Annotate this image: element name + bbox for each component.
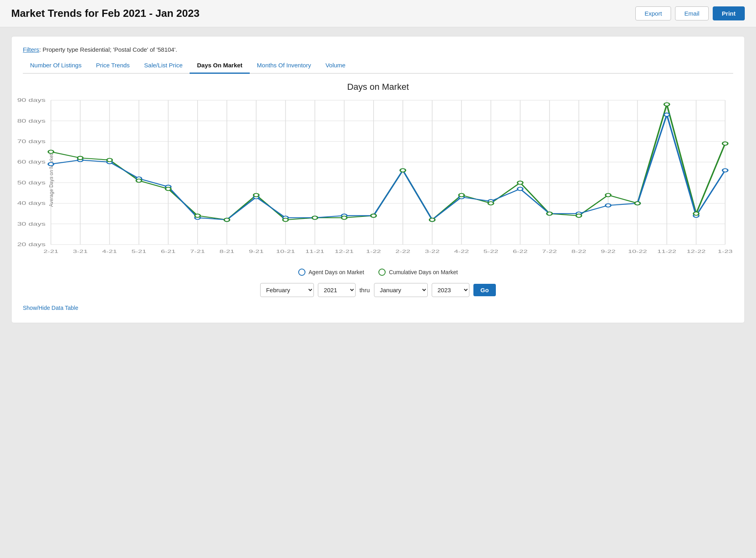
svg-text:9-22: 9-22	[601, 249, 616, 254]
chart-inner: 90 days 80 days 70 days 60 days 50 days …	[51, 100, 725, 245]
tab-days-on-market[interactable]: Days On Market	[190, 59, 249, 74]
main-card: Filters: Property type Residential; 'Pos…	[11, 36, 745, 323]
page-title: Market Trends for Feb 2021 - Jan 2023	[11, 7, 200, 20]
svg-point-77	[429, 218, 435, 221]
tabs-bar: Number Of Listings Price Trends Sale/Lis…	[23, 59, 733, 74]
svg-text:60 days: 60 days	[17, 159, 46, 165]
svg-point-63	[722, 169, 728, 172]
svg-point-61	[664, 113, 669, 116]
date-range-controls: January February March April May June Ju…	[23, 283, 733, 297]
svg-point-56	[517, 187, 523, 190]
svg-text:7-22: 7-22	[542, 249, 557, 254]
go-button[interactable]: Go	[473, 284, 496, 296]
from-month-select[interactable]: January February March April May June Ju…	[260, 283, 314, 297]
svg-point-40	[48, 162, 53, 166]
cumulative-legend-label: Cumulative Days on Market	[389, 269, 458, 275]
filters-text: : Property type Residential; 'Postal Cod…	[39, 46, 177, 53]
svg-point-82	[576, 214, 581, 217]
svg-point-70	[224, 218, 229, 221]
cumulative-legend-icon	[378, 269, 386, 276]
svg-point-64	[48, 150, 53, 153]
tab-sale-list-price[interactable]: Sale/List Price	[137, 59, 190, 74]
show-hide-data-link[interactable]: Show/Hide Data Table	[23, 305, 78, 311]
svg-text:9-21: 9-21	[249, 249, 264, 254]
agent-legend-label: Agent Days on Market	[309, 269, 364, 275]
svg-point-86	[693, 212, 699, 215]
legend-agent: Agent Days on Market	[298, 269, 364, 276]
from-year-select[interactable]: 2019 2020 2021 2022 2023	[318, 283, 356, 297]
export-button[interactable]: Export	[635, 6, 671, 20]
svg-point-66	[107, 158, 112, 162]
svg-point-59	[605, 204, 610, 207]
svg-text:80 days: 80 days	[17, 118, 46, 123]
show-data-row: Show/Hide Data Table	[23, 304, 733, 311]
tab-price-trends[interactable]: Price Trends	[89, 59, 137, 74]
svg-text:20 days: 20 days	[17, 242, 46, 247]
svg-text:5-22: 5-22	[483, 249, 498, 254]
svg-point-76	[400, 169, 405, 172]
chart-legend: Agent Days on Market Cumulative Days on …	[23, 269, 733, 276]
svg-text:4-21: 4-21	[102, 249, 117, 254]
svg-point-87	[722, 142, 728, 145]
svg-text:50 days: 50 days	[17, 180, 46, 186]
svg-point-85	[664, 103, 669, 106]
svg-text:10-22: 10-22	[628, 249, 647, 254]
svg-text:11-21: 11-21	[305, 249, 324, 254]
svg-text:1-23: 1-23	[718, 249, 732, 254]
svg-text:8-21: 8-21	[219, 249, 234, 254]
svg-point-65	[77, 156, 83, 160]
svg-text:4-22: 4-22	[454, 249, 469, 254]
tab-number-of-listings[interactable]: Number Of Listings	[23, 59, 89, 74]
email-button[interactable]: Email	[675, 6, 709, 20]
chart-area: Average Days on Market 90 day	[23, 96, 733, 265]
legend-cumulative: Cumulative Days on Market	[378, 269, 458, 276]
svg-point-84	[635, 202, 640, 205]
to-month-select[interactable]: January February March April May June Ju…	[374, 283, 428, 297]
svg-point-79	[488, 202, 493, 205]
thru-label: thru	[360, 287, 370, 293]
svg-point-83	[605, 193, 610, 196]
svg-point-69	[195, 214, 200, 217]
svg-text:90 days: 90 days	[17, 97, 46, 103]
svg-text:5-21: 5-21	[131, 249, 146, 254]
svg-text:2-21: 2-21	[43, 249, 58, 254]
svg-text:8-22: 8-22	[571, 249, 586, 254]
svg-text:70 days: 70 days	[17, 139, 46, 144]
svg-text:2-22: 2-22	[395, 249, 410, 254]
print-button[interactable]: Print	[713, 6, 745, 20]
svg-text:6-21: 6-21	[161, 249, 176, 254]
svg-text:6-22: 6-22	[513, 249, 528, 254]
tab-months-of-inventory[interactable]: Months Of Inventory	[250, 59, 318, 74]
svg-text:3-22: 3-22	[425, 249, 440, 254]
svg-point-72	[283, 218, 288, 221]
svg-text:3-21: 3-21	[73, 249, 88, 254]
svg-point-68	[166, 187, 171, 190]
filters-row: Filters: Property type Residential; 'Pos…	[23, 46, 733, 53]
svg-point-74	[342, 216, 347, 219]
agent-legend-icon	[298, 269, 305, 276]
svg-point-73	[312, 216, 317, 219]
svg-text:12-22: 12-22	[687, 249, 705, 254]
tab-volume[interactable]: Volume	[318, 59, 353, 74]
svg-point-71	[253, 193, 259, 196]
filters-link[interactable]: Filters	[23, 46, 39, 53]
header-actions: Export Email Print	[635, 6, 745, 20]
svg-point-75	[371, 214, 376, 217]
svg-point-81	[547, 212, 552, 215]
svg-text:7-21: 7-21	[190, 249, 205, 254]
to-year-select[interactable]: 2019 2020 2021 2022 2023	[432, 283, 469, 297]
svg-text:40 days: 40 days	[17, 200, 46, 206]
svg-text:30 days: 30 days	[17, 221, 46, 227]
chart-title: Days on Market	[23, 82, 733, 92]
svg-point-80	[517, 181, 523, 184]
svg-point-78	[459, 193, 464, 196]
svg-point-67	[136, 179, 141, 182]
svg-text:12-21: 12-21	[335, 249, 354, 254]
svg-text:1-22: 1-22	[366, 249, 381, 254]
svg-text:10-21: 10-21	[276, 249, 295, 254]
svg-text:11-22: 11-22	[657, 249, 676, 254]
